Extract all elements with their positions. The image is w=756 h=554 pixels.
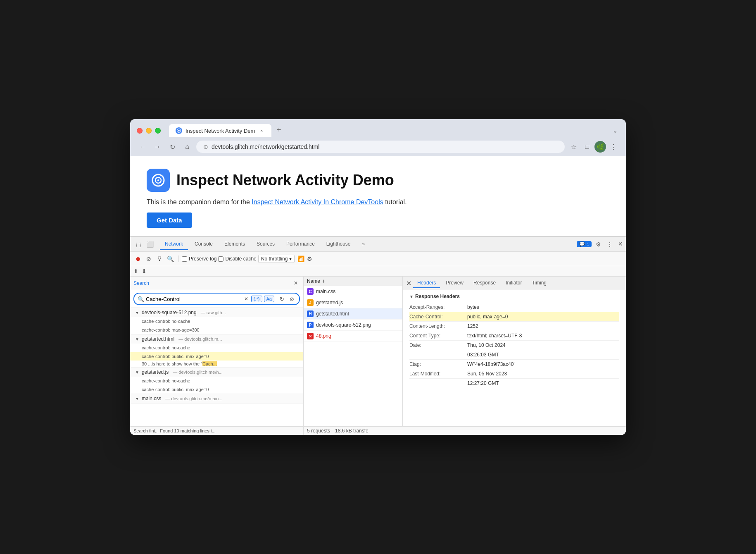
record-button[interactable]: ⏺ (133, 254, 143, 263)
tab-timing[interactable]: Timing (528, 278, 551, 288)
tab-lighthouse[interactable]: Lighthouse (321, 239, 356, 250)
get-data-button[interactable]: Get Data (147, 213, 192, 228)
header-row-date: Date: Thu, 10 Oct 2024 (409, 341, 619, 350)
tab-menu-button[interactable]: ⌄ (611, 126, 619, 136)
search-clear-icon[interactable]: ✕ (243, 296, 250, 302)
back-button[interactable]: ← (137, 141, 148, 153)
sort-icon[interactable]: ⬇ (322, 279, 325, 284)
header-row-etag: Etag: W/"4e4-18b9f73ac40" (409, 360, 619, 369)
search-result-match[interactable]: cache-control: public, max-age=0 (130, 385, 303, 394)
details-close-button[interactable]: ✕ (406, 279, 411, 287)
extensions-button[interactable]: □ (581, 141, 593, 153)
header-value: Sun, 05 Nov 2023 (467, 369, 619, 379)
filename: devtools-square-512.png (316, 322, 399, 328)
search-result-file-header[interactable]: ▼ main.css — devtools.glitch.me/main... (130, 394, 303, 403)
header-value: 03:26:03 GMT (467, 350, 619, 360)
filter-button[interactable]: ⊽ (155, 254, 164, 263)
tab-sources[interactable]: Sources (252, 239, 280, 250)
header-row-date-cont: 03:26:03 GMT (409, 350, 619, 360)
tab-close-button[interactable]: × (258, 127, 265, 134)
minimize-button[interactable] (146, 128, 152, 134)
regex-tag[interactable]: (.*) (251, 296, 262, 302)
header-name: Content-Type: (409, 331, 467, 341)
svg-point-4 (157, 179, 159, 181)
header-row-last-modified-cont: 12:27:20 GMT (409, 379, 619, 388)
search-result-file-header[interactable]: ▼ devtools-square-512.png — raw.gith... (130, 308, 303, 317)
search-result-match[interactable]: cache-control: no-cache (130, 317, 303, 326)
devtools-close-button[interactable]: × (618, 240, 623, 248)
headers-table: Accept-Ranges: bytes Cache-Control: publ… (409, 303, 619, 388)
search-panel-header: Search × (130, 277, 303, 290)
filename: 48.png (316, 333, 399, 339)
file-item-getstarted-js[interactable]: J getstarted.js (304, 297, 402, 308)
header-value: W/"4e4-18b9f73ac40" (467, 360, 619, 369)
tab-more[interactable]: » (357, 239, 370, 250)
file-item-main-css[interactable]: C main.css (304, 286, 402, 297)
file-item-getstarted-html[interactable]: H getstarted.html (304, 308, 402, 320)
devtools-settings-icon[interactable]: ⚙ (593, 239, 603, 249)
tab-preview[interactable]: Preview (442, 278, 468, 288)
search-input[interactable] (146, 296, 241, 302)
search-result-filename: devtools-square-512.png (142, 310, 197, 315)
search-result-match[interactable]: cache-control: no-cache (130, 377, 303, 385)
tab-initiator[interactable]: Initiator (502, 278, 526, 288)
tab-network[interactable]: Network (160, 239, 188, 250)
preserve-log-checkbox[interactable] (182, 256, 187, 262)
page-logo (147, 169, 170, 192)
close-button[interactable] (137, 128, 143, 134)
file-item-48-png[interactable]: ✕ 48.png (304, 331, 402, 342)
case-tag[interactable]: Aa (264, 296, 274, 302)
home-button[interactable]: ⌂ (181, 141, 193, 153)
device-toolbar-icon[interactable]: ⬜ (145, 239, 155, 249)
console-badge[interactable]: 💬 1 (577, 241, 592, 247)
tab-elements[interactable]: Elements (219, 239, 250, 250)
forward-button[interactable]: → (152, 141, 163, 153)
devtools-more-icon[interactable]: ⋮ (605, 239, 615, 249)
expand-arrow-icon: ▼ (135, 396, 139, 401)
search-result-match-highlighted[interactable]: cache-control: public, max-age=0 (130, 352, 303, 361)
address-actions: ☆ □ 🌿 ⋮ (568, 141, 619, 153)
reload-button[interactable]: ↻ (166, 141, 178, 153)
search-result-group: ▼ main.css — devtools.glitch.me/main... (130, 394, 303, 404)
search-result-group: ▼ devtools-square-512.png — raw.gith... … (130, 308, 303, 334)
more-button[interactable]: ⋮ (608, 141, 619, 153)
disable-cache-label: Disable cache (225, 256, 256, 262)
upload-icon[interactable]: ⬆ (133, 268, 138, 275)
active-tab[interactable]: Inspect Network Activity Dem × (169, 124, 271, 137)
search-result-match[interactable]: cache-control: no-cache (130, 344, 303, 352)
profile-button[interactable]: 🌿 (594, 141, 606, 153)
status-bar: 5 requests 18.6 kB transfe (304, 426, 626, 435)
file-item-devtools-png[interactable]: P devtools-square-512.png (304, 320, 402, 331)
network-panel: Name ⬇ C main.css J getstarted.js (304, 277, 626, 435)
search-result-match[interactable]: cache-control: max-age=300 (130, 326, 303, 334)
url-bar[interactable]: ⊙ devtools.glitch.me/network/getstarted.… (196, 141, 565, 153)
tab-performance[interactable]: Performance (281, 239, 320, 250)
search-result-text-match[interactable]: 30 ...is here to show how the "Cach... (130, 361, 303, 367)
traffic-lights (137, 128, 161, 134)
header-row-last-modified: Last-Modified: Sun, 05 Nov 2023 (409, 369, 619, 379)
download-icon[interactable]: ⬇ (142, 268, 147, 275)
search-result-file-header[interactable]: ▼ getstarted.js — devtools.glitch.me/n..… (130, 368, 303, 377)
search-result-file-header[interactable]: ▼ getstarted.html — devtools.glitch.m... (130, 334, 303, 344)
transfer-size: 18.6 kB transfe (335, 428, 368, 434)
header-row-content-length: Content-Length: 1252 (409, 322, 619, 331)
element-selector-icon[interactable]: ⬚ (133, 239, 143, 249)
search-close-button[interactable]: × (292, 279, 300, 287)
bookmark-button[interactable]: ☆ (568, 141, 580, 153)
tab-response[interactable]: Response (469, 278, 500, 288)
throttle-selector[interactable]: No throttling ▾ (258, 255, 295, 263)
search-results: ▼ devtools-square-512.png — raw.gith... … (130, 308, 303, 426)
devtools-link[interactable]: Inspect Network Activity In Chrome DevTo… (252, 198, 383, 205)
wifi-icon[interactable]: 📶 (296, 254, 305, 263)
search-cancel-button[interactable]: ⊘ (288, 295, 296, 303)
search-button[interactable]: 🔍 (166, 254, 175, 263)
search-refresh-button[interactable]: ↻ (278, 295, 286, 303)
tab-headers[interactable]: Headers (413, 278, 440, 288)
tab-console[interactable]: Console (190, 239, 218, 250)
clear-button[interactable]: ⊘ (144, 254, 153, 263)
maximize-button[interactable] (155, 128, 161, 134)
new-tab-button[interactable]: + (273, 124, 285, 136)
network-settings-icon[interactable]: ⚙ (307, 256, 312, 262)
disable-cache-checkbox[interactable] (218, 256, 223, 262)
throttle-arrow-icon: ▾ (289, 256, 292, 262)
